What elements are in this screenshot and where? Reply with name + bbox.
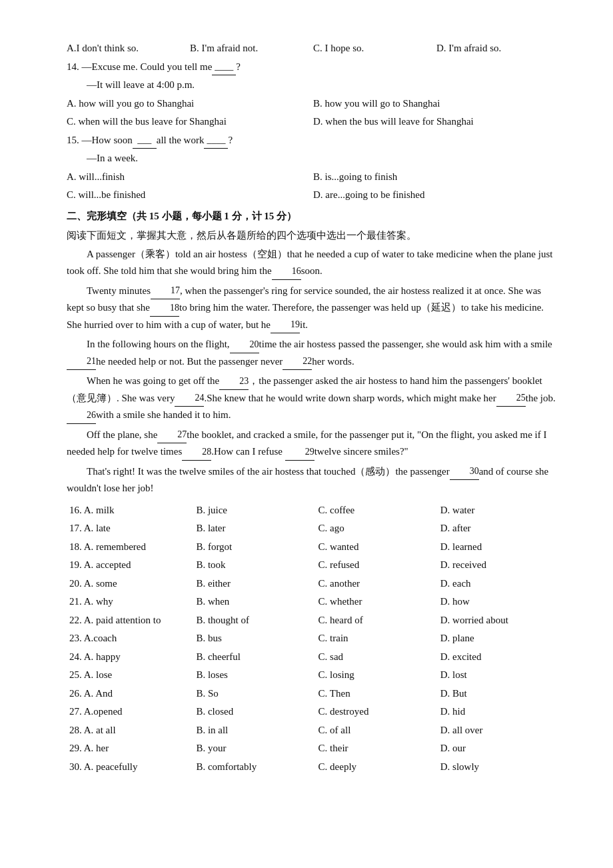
answer-row: 24. A. happyB. cheerfulC. sadD. excited bbox=[67, 648, 560, 667]
answer-num: 29. A. her bbox=[67, 739, 193, 758]
q15-opt-c: C. will...be finished bbox=[67, 187, 313, 204]
answer-num: 23. A.coach bbox=[67, 629, 193, 648]
answer-opt-d: D. water bbox=[438, 501, 560, 520]
answer-num: 16. A. milk bbox=[67, 501, 193, 520]
passage-p1: A passenger（乘客）told an air hostess（空姐）th… bbox=[67, 246, 560, 280]
answer-num: 27. A.opened bbox=[67, 703, 193, 721]
answer-num: 25. A. lose bbox=[67, 666, 193, 685]
answer-opt-b: B. forgot bbox=[193, 538, 315, 557]
q15-opt-d: D. are...going to be finished bbox=[313, 187, 560, 204]
answer-num: 24. A. happy bbox=[67, 648, 193, 667]
section2-title: 二、完形填空（共 15 小题，每小题 1 分，计 15 分） bbox=[67, 208, 560, 225]
answer-opt-c: C. deeply bbox=[316, 758, 438, 777]
answer-opt-d: D. worried about bbox=[438, 611, 560, 630]
q14-opt-b: B. how you will go to Shanghai bbox=[313, 95, 560, 113]
q14-opt-d: D. when the bus will leave for Shanghai bbox=[313, 113, 560, 131]
answer-opt-b: B. either bbox=[193, 575, 315, 593]
q15-response: —In a week. bbox=[67, 150, 560, 167]
q14-stem: 14. —Excuse me. Could you tell me____? bbox=[67, 59, 560, 76]
answer-opt-b: B. later bbox=[193, 519, 315, 538]
answer-opt-b: B. bus bbox=[193, 629, 315, 648]
answer-opt-c: C. train bbox=[316, 629, 438, 648]
answer-opt-c: C. whether bbox=[316, 593, 438, 611]
answer-row: 27. A.openedB. closedC. destroyedD. hid bbox=[67, 703, 560, 721]
answer-num: 22. A. paid attention to bbox=[67, 611, 193, 630]
answer-opt-d: D. slowly bbox=[438, 758, 560, 777]
answer-row: 26. A. AndB. SoC. ThenD. But bbox=[67, 685, 560, 703]
q13-opt-b: B. I'm afraid not. bbox=[190, 40, 313, 57]
answer-num: 20. A. some bbox=[67, 575, 193, 593]
q14-options-row1: A. how will you go to Shanghai B. how yo… bbox=[67, 95, 560, 113]
q14-opt-c: C. when will the bus leave for Shanghai bbox=[67, 113, 313, 131]
answer-opt-d: D. received bbox=[438, 556, 560, 575]
answer-num: 28. A. at all bbox=[67, 721, 193, 740]
answer-opt-c: C. wanted bbox=[316, 538, 438, 557]
answer-opt-b: B. comfortably bbox=[193, 758, 315, 777]
answer-num: 26. A. And bbox=[67, 685, 193, 703]
answer-opt-d: D. plane bbox=[438, 629, 560, 648]
q15-opt-a: A. will...finish bbox=[67, 169, 313, 186]
q13-opt-a: A.I don't think so. bbox=[67, 40, 190, 57]
answer-opt-d: D. our bbox=[438, 739, 560, 758]
answer-num: 19. A. accepted bbox=[67, 556, 193, 575]
answer-num: 18. A. remembered bbox=[67, 538, 193, 557]
passage-p4: When he was going to get off the23，the p… bbox=[67, 373, 560, 424]
answer-opt-b: B. your bbox=[193, 739, 315, 758]
answer-num: 17. A. late bbox=[67, 519, 193, 538]
passage-p3: In the following hours on the flight,20t… bbox=[67, 336, 560, 370]
answer-opt-b: B. closed bbox=[193, 703, 315, 721]
answer-opt-b: B. when bbox=[193, 593, 315, 611]
main-content: A.I don't think so. B. I'm afraid not. C… bbox=[67, 40, 560, 776]
q13-opt-c: C. I hope so. bbox=[313, 40, 436, 57]
q13-opt-d: D. I'm afraid so. bbox=[436, 40, 560, 57]
q14-opt-a: A. how will you go to Shanghai bbox=[67, 95, 313, 113]
answer-row: 22. A. paid attention toB. thought ofC. … bbox=[67, 611, 560, 630]
answer-opt-c: C. their bbox=[316, 739, 438, 758]
answer-num: 30. A. peacefully bbox=[67, 758, 193, 777]
answer-opt-b: B. juice bbox=[193, 501, 315, 520]
answer-row: 30. A. peacefullyB. comfortablyC. deeply… bbox=[67, 758, 560, 777]
answer-row: 23. A.coachB. busC. trainD. plane bbox=[67, 629, 560, 648]
answer-opt-c: C. another bbox=[316, 575, 438, 593]
answer-row: 16. A. milkB. juiceC. coffeeD. water bbox=[67, 501, 560, 520]
answer-opt-d: D. But bbox=[438, 685, 560, 703]
answer-opt-d: D. after bbox=[438, 519, 560, 538]
answer-opt-c: C. refused bbox=[316, 556, 438, 575]
answer-opt-c: C. Then bbox=[316, 685, 438, 703]
section2-instruction: 阅读下面短文，掌握其大意，然后从各题所给的四个选项中选出一个最佳答案。 bbox=[67, 227, 560, 245]
q15-opt-b: B. is...going to finish bbox=[313, 169, 560, 186]
answer-opt-d: D. each bbox=[438, 575, 560, 593]
answer-opt-d: D. hid bbox=[438, 703, 560, 721]
passage-p2: Twenty minutes17, when the passenger's r… bbox=[67, 283, 560, 334]
q15-stem: 15. —How soon___all the work____? bbox=[67, 132, 560, 149]
answer-opt-b: B. took bbox=[193, 556, 315, 575]
answer-opt-c: C. of all bbox=[316, 721, 438, 740]
answer-row: 18. A. rememberedB. forgotC. wantedD. le… bbox=[67, 538, 560, 557]
answer-row: 29. A. herB. yourC. theirD. our bbox=[67, 739, 560, 758]
answer-row: 20. A. someB. eitherC. anotherD. each bbox=[67, 575, 560, 593]
answer-row: 25. A. loseB. losesC. losingD. lost bbox=[67, 666, 560, 685]
answer-opt-c: C. coffee bbox=[316, 501, 438, 520]
answer-opt-b: B. loses bbox=[193, 666, 315, 685]
answer-opt-d: D. excited bbox=[438, 648, 560, 667]
answer-opt-b: B. So bbox=[193, 685, 315, 703]
answer-opt-d: D. how bbox=[438, 593, 560, 611]
passage-p6: That's right! It was the twelve smiles o… bbox=[67, 463, 560, 497]
answer-opt-c: C. heard of bbox=[316, 611, 438, 630]
answer-opt-c: C. sad bbox=[316, 648, 438, 667]
passage-p5: Off the plane, she27the booklet, and cra… bbox=[67, 427, 560, 461]
q14-options-row2: C. when will the bus leave for Shanghai … bbox=[67, 113, 560, 131]
q15-options-row1: A. will...finish B. is...going to finish bbox=[67, 169, 560, 186]
answer-opt-d: D. lost bbox=[438, 666, 560, 685]
answer-opt-c: C. ago bbox=[316, 519, 438, 538]
answer-row: 17. A. lateB. laterC. agoD. after bbox=[67, 519, 560, 538]
answer-row: 21. A. whyB. whenC. whetherD. how bbox=[67, 593, 560, 611]
answer-options-table: 16. A. milkB. juiceC. coffeeD. water17. … bbox=[67, 501, 560, 777]
q15-options-row2: C. will...be finished D. are...going to … bbox=[67, 187, 560, 204]
answer-opt-d: D. learned bbox=[438, 538, 560, 557]
answer-opt-b: B. cheerful bbox=[193, 648, 315, 667]
answer-opt-c: C. losing bbox=[316, 666, 438, 685]
answer-row: 19. A. acceptedB. tookC. refusedD. recei… bbox=[67, 556, 560, 575]
answer-opt-b: B. in all bbox=[193, 721, 315, 740]
answer-opt-c: C. destroyed bbox=[316, 703, 438, 721]
